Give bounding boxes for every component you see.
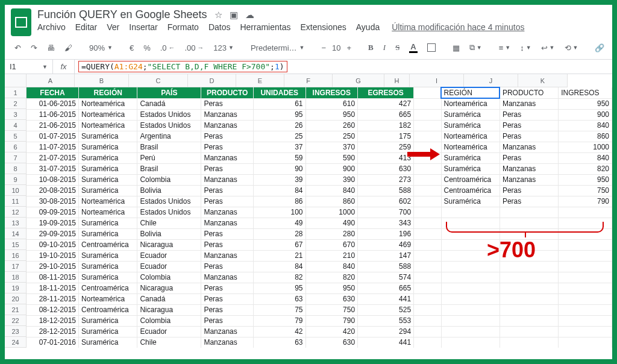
cell[interactable]: Manzanas	[201, 337, 254, 348]
row-header[interactable]: 12	[5, 207, 27, 218]
cell[interactable]	[414, 120, 441, 131]
cell[interactable]: Suramérica	[79, 250, 137, 261]
cell[interactable]: Manzanas	[201, 152, 254, 163]
cell[interactable]	[441, 283, 500, 293]
cell[interactable]: INGRESOS	[559, 87, 612, 98]
font-size-increase[interactable]: +	[343, 41, 355, 55]
cell[interactable]: 390	[305, 174, 358, 185]
cell[interactable]	[559, 283, 612, 293]
cell[interactable]: 26	[253, 120, 305, 131]
row-header[interactable]: 9	[5, 174, 27, 185]
menu-extensiones[interactable]: Extensiones	[300, 22, 346, 32]
cell[interactable]: Argentina	[137, 131, 201, 142]
cell[interactable]: Centroamérica	[441, 174, 500, 185]
cell[interactable]: EGRESOS	[358, 87, 414, 98]
cell[interactable]: 84	[253, 261, 305, 272]
cell[interactable]: Peras	[201, 131, 254, 142]
cell[interactable]: Norteamérica	[79, 120, 137, 131]
cell[interactable]: 574	[358, 272, 414, 283]
undo-button[interactable]: ↶	[11, 41, 25, 55]
link-button[interactable]: 🔗	[591, 41, 608, 55]
menu-ayuda[interactable]: Ayuda	[356, 22, 380, 32]
cell[interactable]: Manzanas	[201, 272, 254, 283]
cell[interactable]: 59	[253, 152, 305, 163]
cell[interactable]: Norteamérica	[441, 98, 500, 109]
cell[interactable]	[441, 272, 500, 283]
more-formats-button[interactable]: 123▼	[210, 41, 237, 55]
cell[interactable]: Manzanas	[201, 174, 254, 185]
cell[interactable]: Peras	[201, 239, 254, 250]
col-header-E[interactable]: E	[236, 74, 284, 87]
cell[interactable]: Suramérica	[79, 185, 137, 196]
cell[interactable]: Manzanas	[500, 174, 558, 185]
cell[interactable]: INGRESOS	[305, 87, 358, 98]
spreadsheet-grid[interactable]: FECHAREGIÓNPAÍSPRODUCTOUNIDADESINGRESOSE…	[27, 87, 612, 348]
cell[interactable]: Suramérica	[79, 131, 137, 142]
cell[interactable]: Centroamérica	[79, 304, 137, 315]
col-header-F[interactable]: F	[284, 74, 333, 87]
cell[interactable]: 210	[305, 250, 358, 261]
cell[interactable]: Ecuador	[137, 261, 201, 272]
cell[interactable]	[414, 239, 441, 250]
cell[interactable]: 19-09-2015	[27, 218, 79, 228]
col-header-B[interactable]: B	[75, 74, 129, 87]
cell[interactable]: Manzanas	[201, 109, 254, 120]
cell[interactable]: 840	[305, 261, 358, 272]
cell[interactable]: Suramérica	[79, 142, 137, 152]
cell[interactable]: 750	[305, 304, 358, 315]
cell[interactable]: 11-06-2015	[27, 109, 79, 120]
cell[interactable]: Suramérica	[79, 337, 137, 348]
col-header-K[interactable]: K	[518, 74, 568, 87]
cell[interactable]: Norteamérica	[79, 196, 137, 207]
cell[interactable]: Colombia	[137, 315, 201, 326]
cell[interactable]: 95	[253, 109, 305, 120]
row-header[interactable]: 5	[5, 131, 27, 142]
cell[interactable]: 273	[358, 174, 414, 185]
cell[interactable]: 37	[253, 142, 305, 152]
row-header[interactable]: 10	[5, 185, 27, 196]
document-title[interactable]: Función QUERY en Google Sheets	[37, 8, 207, 21]
cell[interactable]: 900	[559, 109, 612, 120]
cell[interactable]: 259	[358, 142, 414, 152]
cell[interactable]: Chile	[137, 218, 201, 228]
menu-editar[interactable]: Editar	[75, 22, 98, 32]
cell[interactable]: Peras	[201, 163, 254, 174]
formula-input[interactable]: =QUERY(A1:G24;"SELECT B,D,F WHERE F>700"…	[75, 60, 612, 74]
row-header[interactable]: 7	[5, 152, 27, 163]
cell[interactable]: Manzanas	[201, 250, 254, 261]
cell[interactable]: Peras	[500, 120, 558, 131]
cell[interactable]: Suramérica	[441, 196, 500, 207]
cell[interactable]: Peras	[201, 142, 254, 152]
cell[interactable]: 42	[253, 326, 305, 337]
row-header[interactable]: 21	[5, 304, 27, 315]
cell[interactable]: Canadá	[137, 293, 201, 304]
cell[interactable]	[414, 98, 441, 109]
cell[interactable]: 630	[358, 163, 414, 174]
cell[interactable]	[559, 326, 612, 337]
cell[interactable]: Peras	[201, 228, 254, 239]
cell[interactable]	[414, 207, 441, 218]
cell[interactable]: 61	[253, 98, 305, 109]
cell[interactable]: 39	[253, 174, 305, 185]
cell[interactable]: 90	[253, 163, 305, 174]
cell[interactable]: 07-01-2016	[27, 337, 79, 348]
col-header-C[interactable]: C	[129, 74, 188, 87]
cell[interactable]: Estados Unidos	[137, 207, 201, 218]
cell[interactable]: 18-12-2015	[27, 315, 79, 326]
cell[interactable]: Suramérica	[79, 326, 137, 337]
cell[interactable]	[414, 109, 441, 120]
cell[interactable]	[500, 304, 558, 315]
cell[interactable]: 630	[305, 337, 358, 348]
cell[interactable]: Estados Unidos	[137, 109, 201, 120]
cell[interactable]: 08-11-2015	[27, 272, 79, 283]
cell[interactable]: Norteamérica	[79, 293, 137, 304]
cell[interactable]: Peras	[201, 283, 254, 293]
cell[interactable]: 08-12-2015	[27, 304, 79, 315]
wrap-button[interactable]: ↩▼	[537, 41, 559, 55]
cell[interactable]: Chile	[137, 337, 201, 348]
cell[interactable]: 01-07-2015	[27, 131, 79, 142]
fill-color-button[interactable]	[424, 41, 439, 54]
cell[interactable]: 665	[358, 283, 414, 293]
cell[interactable]: 18-11-2015	[27, 283, 79, 293]
row-header[interactable]: 16	[5, 250, 27, 261]
